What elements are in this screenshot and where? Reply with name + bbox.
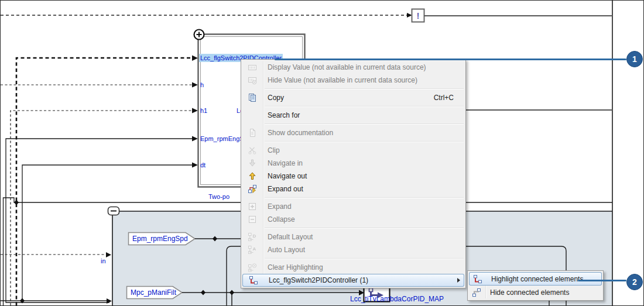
menu-item-label: Navigate out (268, 172, 307, 180)
menu-separator (241, 256, 465, 261)
junction-diamond (14, 200, 19, 205)
menu-item-label: Default Layout (268, 233, 313, 241)
expand-icon (241, 202, 263, 211)
menu-separator (241, 104, 465, 109)
expand-out-icon (241, 184, 263, 194)
context-submenu: Highlight connected elementsHide connect… (467, 270, 604, 301)
menu-item-label: Hide Value (not available in current dat… (268, 76, 417, 84)
menu-item-label: Highlight connected elements (491, 275, 583, 283)
display-value-icon (241, 63, 263, 72)
copy-icon (241, 93, 263, 102)
menu-item-search-for[interactable]: Search for (241, 109, 465, 122)
menu-item-navigate-out[interactable]: Navigate out (241, 170, 465, 183)
highlight-connected-icon (469, 274, 487, 284)
arrowhead (106, 252, 111, 257)
menu-item-label: Expand out (268, 185, 303, 193)
connected-elements-icon (242, 276, 264, 285)
callout-badge-2: 2 (626, 274, 643, 290)
wire-label-in: in (101, 257, 106, 265)
menu-item-navigate-in[interactable]: Navigate in (241, 157, 465, 170)
menu-item-show-documentation[interactable]: Show documentation (241, 126, 465, 139)
block-caption: Two-po (208, 193, 229, 201)
menu-item-hide-connected-elements[interactable]: Hide connected elements (468, 286, 603, 299)
menu-item-hide-value-not-available-in-current-data[interactable]: Hide Value (not available in current dat… (241, 74, 465, 87)
menu-item-shortcut: Ctrl+C (434, 94, 465, 102)
map-block-label[interactable]: Lcc_tiTvLambdaCorPID_MAP (350, 295, 444, 303)
menu-item-label: Navigate in (268, 159, 303, 167)
menu-separator (241, 226, 465, 231)
clip-icon (241, 146, 263, 155)
menu-item-label: Collapse (268, 215, 295, 224)
menu-item-label: Hide connected elements (490, 288, 569, 297)
clear-highlighting-icon (241, 263, 263, 272)
menu-item-collapse[interactable]: Collapse (241, 213, 465, 226)
svg-text:A: A (252, 246, 256, 252)
callout-line-1 (275, 59, 626, 60)
menu-item-clear-highlighting[interactable]: Clear Highlighting (241, 261, 465, 274)
menu-item-auto-layout[interactable]: AAuto Layout (241, 243, 465, 256)
port-label-dt[interactable]: dt (200, 161, 205, 169)
navigate-out-icon (241, 171, 263, 181)
menu-item-label: Clear Highlighting (268, 263, 323, 271)
expand-toggle-icon[interactable] (194, 30, 204, 40)
arrowhead (192, 108, 198, 114)
menu-item-label: Clip (268, 146, 280, 154)
menu-item-copy[interactable]: CopyCtrl+C (241, 91, 465, 104)
callout-badge-1: 1 (626, 51, 643, 67)
menu-item-label: Search for (268, 111, 300, 119)
menu-item-default-layout[interactable]: DDefault Layout (241, 231, 465, 243)
menu-item-label: Auto Layout (268, 246, 305, 254)
menu-item-lcc-flgswitch2pidcontroller-1[interactable]: Lcc_flgSwitch2PIDController (1) (242, 274, 464, 287)
menu-item-label: Lcc_flgSwitch2PIDController (1) (269, 276, 368, 284)
menu-item-highlight-connected-elements[interactable]: Highlight connected elements (469, 272, 602, 286)
flag-label-mpc[interactable]: Mpc_pManiFilt (131, 288, 176, 297)
collapse-toggle-icon[interactable] (108, 207, 119, 215)
port-label-h[interactable]: h (200, 81, 204, 89)
default-layout-icon: D (241, 232, 263, 242)
menu-item-clip[interactable]: Clip (241, 144, 465, 157)
menu-separator (241, 87, 465, 91)
diagram-editor-canvas: ! (0, 0, 644, 306)
hide-connected-icon (468, 288, 485, 297)
hide-value-icon (241, 75, 263, 85)
menu-separator (241, 139, 465, 144)
arrowhead (192, 163, 198, 168)
menu-item-label: Copy (268, 94, 284, 102)
menu-item-expand-out[interactable]: Expand out (241, 183, 465, 195)
arrowhead (192, 136, 198, 142)
exclamation-glyph: ! (417, 11, 420, 20)
menu-item-label: Show documentation (268, 129, 333, 137)
arrowhead (192, 56, 198, 61)
auto-layout-icon: A (241, 245, 263, 255)
menu-separator (241, 122, 465, 126)
arrowhead (192, 82, 198, 88)
menu-separator (241, 195, 465, 200)
svg-text:D: D (252, 233, 256, 239)
callout-line-2 (578, 280, 626, 281)
context-menu: Display Value (not available in current … (241, 59, 466, 288)
collapse-icon (241, 215, 263, 224)
flag-label-epm[interactable]: Epm_rpmEngSpd (132, 235, 188, 243)
port-label-h1[interactable]: h1 (200, 107, 207, 115)
menu-item-display-value-not-available-in-current-d[interactable]: Display Value (not available in current … (241, 61, 465, 74)
submenu-arrow-icon (457, 278, 460, 283)
navigate-in-icon (241, 159, 263, 168)
menu-item-label: Display Value (not available in current … (268, 63, 426, 71)
menu-item-expand[interactable]: Expand (241, 200, 465, 213)
document-icon (241, 128, 263, 137)
menu-item-label: Expand (268, 202, 292, 211)
